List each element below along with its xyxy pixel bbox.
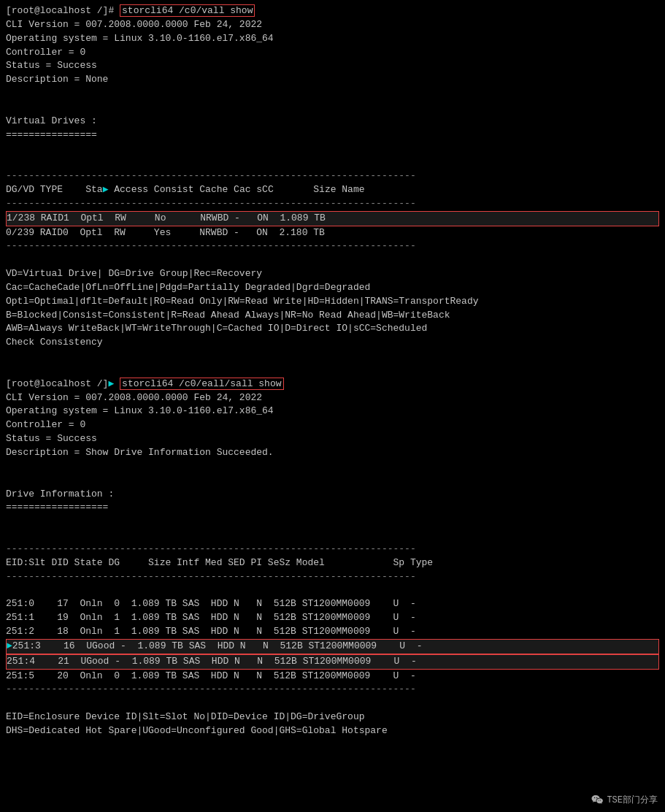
cyan-arrow-1: ▶	[103, 184, 109, 195]
blank-2	[6, 101, 659, 115]
blank-9	[6, 474, 659, 488]
drive-row-2515: 251:5 20 Onln 0 1.089 TB SAS HDD N N 512…	[6, 670, 659, 683]
table-header-1: DG/VD TYPE Sta▶ Access Consist Cache Cac…	[6, 183, 659, 197]
separator-6: ----------------------------------------…	[6, 683, 659, 697]
command-1: storcli64 /c0/vall show	[120, 4, 255, 17]
prompt-1: [root@localhost /]#	[6, 5, 120, 16]
drive-row-2512: 251:2 18 Onln 1 1.089 TB SAS HDD N N 512…	[6, 625, 659, 639]
prompt-line-2: [root@localhost /]▶ storcli64 /c0/eall/s…	[6, 378, 659, 391]
drive-row-2510: 251:0 17 Onln 0 1.089 TB SAS HDD N N 512…	[6, 597, 659, 611]
separator-2: ----------------------------------------…	[6, 197, 659, 211]
watermark: TSE部门分享	[591, 793, 658, 806]
output-status-1: Status = Success	[6, 59, 659, 73]
wechat-icon	[591, 793, 604, 806]
legend-optl: Optl=Optimal|dflt=Default|RO=Read Only|R…	[6, 295, 659, 309]
output-description-1: Description = None	[6, 73, 659, 87]
drive-row-2514: 251:4 21 UGood - 1.089 TB SAS HDD N N 51…	[6, 654, 659, 670]
separator-3: ----------------------------------------…	[6, 240, 659, 253]
blank-12	[6, 583, 659, 597]
virtual-drives-underline: ================	[6, 129, 659, 142]
blank-13	[6, 697, 659, 710]
legend-vd: VD=Virtual Drive| DG=Drive Group|Rec=Rec…	[6, 267, 659, 281]
separator-1: ----------------------------------------…	[6, 169, 659, 183]
legend-awb: AWB=Always WriteBack|WT=WriteThrough|C=C…	[6, 322, 659, 336]
blank-7	[6, 364, 659, 378]
prompt-2: [root@localhost /]▶	[6, 378, 120, 389]
raid1-row: 1/238 RAID1 Optl RW No NRWBD - ON 1.089 …	[6, 211, 659, 226]
blank-10	[6, 515, 659, 529]
blank-1	[6, 87, 659, 101]
watermark-text: TSE部门分享	[607, 794, 658, 806]
blank-6	[6, 350, 659, 364]
output-controller-1: Controller = 0	[6, 46, 659, 60]
legend-dhs: DHS=Dedicated Hot Spare|UGood=Unconfigur…	[6, 724, 659, 738]
legend-eid: EID=Enclosure Device ID|Slt=Slot No|DID=…	[6, 710, 659, 724]
drive-info-underline: ==================	[6, 501, 659, 515]
output-status-2: Status = Success	[6, 432, 659, 446]
output-cli-version-2: CLI Version = 007.2008.0000.0000 Feb 24,…	[6, 391, 659, 405]
output-os-1: Operating system = Linux 3.10.0-1160.el7…	[6, 32, 659, 46]
blank-8	[6, 460, 659, 474]
raid0-row: 0/239 RAID0 Optl RW Yes NRWBD - ON 2.180…	[6, 226, 659, 240]
blank-11	[6, 529, 659, 543]
terminal-window: [root@localhost /]# storcli64 /c0/vall s…	[0, 0, 665, 812]
legend-cac: Cac=CacheCade|OfLn=OffLine|Pdgd=Partiall…	[6, 281, 659, 295]
prompt-line-1: [root@localhost /]# storcli64 /c0/vall s…	[6, 4, 659, 18]
cyan-arrow-2: ►	[7, 640, 12, 651]
virtual-drives-label: Virtual Drives :	[6, 115, 659, 129]
drive-row-2513: ►251:3 16 UGood - 1.089 TB SAS HDD N N 5…	[6, 639, 659, 654]
output-cli-version-1: CLI Version = 007.2008.0000.0000 Feb 24,…	[6, 18, 659, 32]
drive-row-2511: 251:1 19 Onln 1 1.089 TB SAS HDD N N 512…	[6, 611, 659, 625]
output-controller-2: Controller = 0	[6, 418, 659, 432]
legend-check: Check Consistency	[6, 336, 659, 350]
output-os-2: Operating system = Linux 3.10.0-1160.el7…	[6, 405, 659, 418]
command-2: storcli64 /c0/eall/sall show	[120, 378, 283, 390]
blank-5	[6, 253, 659, 267]
separator-5: ----------------------------------------…	[6, 570, 659, 584]
blank-3	[6, 142, 659, 156]
blank-4	[6, 156, 659, 169]
legend-b: B=Blocked|Consist=Consistent|R=Read Ahea…	[6, 309, 659, 323]
table-header-2: EID:Slt DID State DG Size Intf Med SED P…	[6, 556, 659, 570]
drive-info-label: Drive Information :	[6, 488, 659, 502]
separator-4: ----------------------------------------…	[6, 543, 659, 556]
output-description-2: Description = Show Drive Information Suc…	[6, 446, 659, 460]
